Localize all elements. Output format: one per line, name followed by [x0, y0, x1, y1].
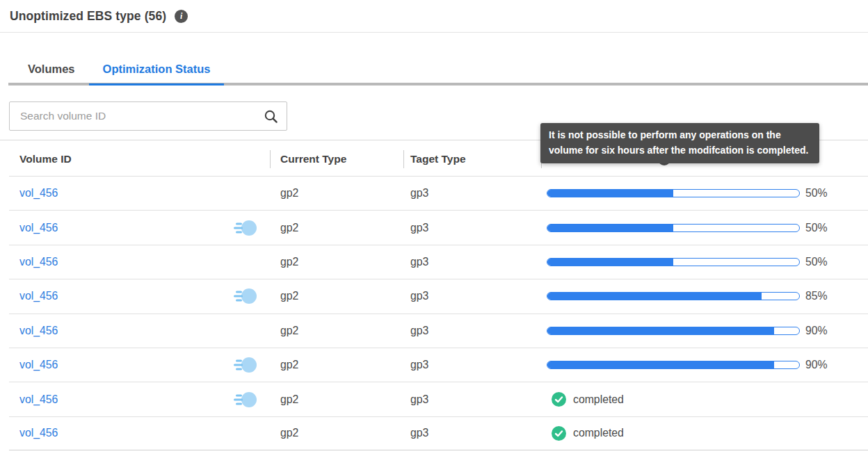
table-row: vol_456 gp2 gp3 90% [9, 348, 868, 382]
fast-snapshot-icon [234, 219, 257, 237]
tab-volumes[interactable]: Volumes [14, 54, 89, 86]
table-row: vol_456 gp2 gp3 completed [9, 382, 868, 416]
info-circle-icon[interactable]: i [175, 10, 188, 23]
search-box[interactable] [9, 101, 287, 131]
target-type-cell: gp3 [403, 256, 541, 268]
current-type-cell: gp2 [270, 393, 403, 406]
optimization-table: Volume ID Current Type Taget Type Modifi… [9, 142, 868, 450]
target-type-cell: gp3 [403, 222, 541, 234]
progress-track [547, 327, 800, 335]
completed-status: completed [541, 392, 868, 407]
progress-label: 50% [805, 187, 828, 200]
target-type-cell: gp3 [403, 359, 541, 371]
magnifier-icon[interactable] [264, 109, 278, 124]
progress-track [547, 292, 800, 300]
search-input[interactable] [10, 102, 287, 130]
table-row: vol_456 gp2 gp3 50% [9, 245, 868, 279]
completed-label: completed [573, 427, 624, 439]
progress-label: 90% [805, 359, 828, 371]
table-row: vol_456 gp2 gp3 50% [9, 210, 868, 244]
current-type-cell: gp2 [270, 359, 403, 371]
volume-id-link[interactable]: vol_456 [19, 187, 58, 200]
page-title: Unoptimized EBS type (56) [10, 9, 166, 24]
progress-track [547, 361, 800, 369]
fast-snapshot-icon [234, 287, 257, 305]
progress-label: 85% [805, 290, 828, 302]
progress-bar: 90% [541, 325, 868, 337]
column-header-current-type: Current Type [270, 142, 403, 176]
target-type-cell: gp3 [403, 427, 541, 439]
title-bar: Unoptimized EBS type (56) i [0, 0, 868, 33]
progress-fill [547, 190, 673, 197]
target-type-cell: gp3 [403, 290, 541, 302]
tab-bar: Volumes Optimization Status [0, 54, 868, 86]
progress-bar: 50% [541, 222, 868, 234]
progress-fill [547, 327, 774, 334]
volume-id-link[interactable]: vol_456 [19, 359, 58, 371]
current-type-cell: gp2 [270, 256, 403, 268]
fast-snapshot-icon [234, 356, 257, 374]
progress-fill [547, 293, 762, 300]
column-header-volume-id: Volume ID [9, 142, 270, 176]
table-row: vol_456 gp2 gp3 85% [9, 279, 868, 313]
check-circle-icon [552, 426, 566, 441]
progress-fill [547, 361, 774, 368]
table-row: vol_456 gp2 gp3 completed [9, 416, 868, 450]
volume-id-link[interactable]: vol_456 [19, 427, 58, 439]
progress-track [547, 258, 800, 266]
current-type-cell: gp2 [270, 222, 403, 234]
progress-track [547, 224, 800, 232]
volume-id-link[interactable]: vol_456 [19, 256, 58, 268]
progress-label: 50% [805, 222, 828, 234]
table-body: vol_456 gp2 gp3 50% [9, 176, 868, 450]
target-type-cell: gp3 [403, 187, 541, 200]
volume-id-link[interactable]: vol_456 [19, 222, 58, 234]
table-row: vol_456 gp2 gp3 50% [9, 176, 868, 210]
volume-id-link[interactable]: vol_456 [19, 290, 58, 302]
check-circle-icon [552, 392, 566, 407]
completed-label: completed [573, 393, 624, 406]
progress-label: 90% [805, 325, 828, 337]
progress-bar: 50% [541, 187, 868, 200]
progress-bar: 85% [541, 290, 868, 302]
unoptimized-ebs-panel: Unoptimized EBS type (56) i Volumes Opti… [0, 0, 868, 456]
progress-bar: 50% [541, 256, 868, 268]
modification-status-tooltip: It is not possible to perform any operat… [540, 123, 819, 163]
tab-optimization-status[interactable]: Optimization Status [89, 54, 225, 86]
progress-fill [547, 225, 673, 231]
volume-id-link[interactable]: vol_456 [19, 325, 58, 337]
target-type-cell: gp3 [403, 325, 541, 337]
current-type-cell: gp2 [270, 325, 403, 337]
current-type-cell: gp2 [270, 187, 403, 200]
table-row: vol_456 gp2 gp3 90% [9, 314, 868, 348]
progress-label: 50% [805, 256, 828, 268]
current-type-cell: gp2 [270, 290, 403, 302]
target-type-cell: gp3 [403, 393, 541, 406]
progress-bar: 90% [541, 359, 868, 371]
volume-id-link[interactable]: vol_456 [19, 393, 58, 406]
completed-status: completed [541, 426, 868, 441]
fast-snapshot-icon [234, 391, 257, 409]
current-type-cell: gp2 [270, 427, 403, 439]
progress-fill [547, 259, 673, 266]
column-header-target-type: Taget Type [403, 142, 541, 176]
progress-track [547, 189, 800, 197]
